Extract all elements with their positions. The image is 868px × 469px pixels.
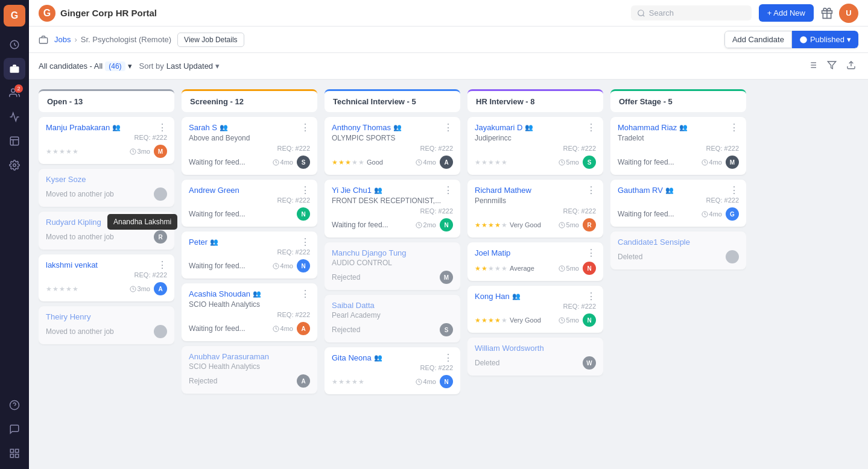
table-row[interactable]: Gautham RV👥⋮REQ: #222Waiting for feed...… [610,180,746,227]
candidate-name[interactable]: Richard Mathew [475,186,531,195]
card-footer: Waiting for feed... 4moM [618,156,739,169]
sidebar-item-home[interactable] [4,34,25,55]
card-req: REQ: #222 [706,145,739,152]
candidate-name[interactable]: Yi Jie Chu1👥 [332,186,382,195]
candidate-name[interactable]: Theiry Henry [46,312,90,321]
column-header-offer: Offer Stage - 5 [610,89,746,112]
table-row[interactable]: Candidate1 SensipleDeleted [610,231,746,269]
candidate-name[interactable]: Kong Han👥 [475,292,521,301]
breadcrumb-jobs[interactable]: Jobs [54,35,71,44]
candidate-name[interactable]: Mohammad Riaz👥 [618,123,688,132]
candidate-name[interactable]: Gita Neona👥 [332,353,382,362]
table-row[interactable]: Sarah S👥⋮Above and BeyondREQ: #222Waitin… [182,117,317,175]
card-more-button[interactable]: ⋮ [300,238,310,247]
card-more-button[interactable]: ⋮ [586,186,596,195]
sidebar-item-jobs[interactable] [4,58,25,80]
published-button[interactable]: Published ▾ [792,31,858,48]
add-new-button[interactable]: + Add New [759,4,814,22]
table-row[interactable]: Saibal DattaPearl AcademyRejectedS [325,295,460,342]
candidate-name[interactable]: Gautham RV👥 [618,186,674,195]
candidate-name[interactable]: Anthony Thomas👥 [332,123,402,132]
card-more-button[interactable]: ⋮ [157,123,167,133]
user-avatar[interactable]: U [839,4,858,23]
table-row[interactable]: Theiry HenryMoved to another job [39,306,174,344]
table-row[interactable]: Andrew Green⋮REQ: #222Waiting for feed..… [182,180,317,227]
table-row[interactable]: Yi Jie Chu1👥⋮FRONT DESK RECEPTIONIST,...… [325,180,460,238]
candidate-name[interactable]: Manju Prabakaran👥 [46,123,121,132]
card-more-button[interactable]: ⋮ [443,123,453,133]
candidate-name[interactable]: Joel Matip [475,248,510,257]
export-button[interactable] [844,58,858,74]
table-row[interactable]: Richard Mathew⋮PennmillsREQ: #222★★★★★Ve… [467,180,603,238]
card-header: Sarah S👥⋮ [189,123,310,133]
card-more-button[interactable]: ⋮ [586,123,596,133]
sidebar-item-help[interactable] [4,394,25,416]
candidate-name[interactable]: William Wordsworth [475,344,544,353]
candidate-name[interactable]: Kyser Soze [46,175,86,184]
gift-icon[interactable] [821,7,833,19]
card-meta: 4moA [273,322,310,335]
filter-button[interactable] [825,58,839,74]
candidate-name[interactable]: lakshmi venkat [46,260,98,269]
table-row[interactable]: Anubhav ParasuramanSCIO Health Analytics… [182,346,317,394]
card-status: Waiting for feed... [618,210,702,218]
card-footer: ★★★★★ 4moN [332,375,453,388]
table-row[interactable]: Kyser SozeMoved to another job [39,169,174,207]
card-header: Richard Mathew⋮ [475,186,596,195]
candidate-name[interactable]: Saibal Datta [332,301,375,310]
table-row[interactable]: Anthony Thomas👥⋮OLYMPIC SPORTSREQ: #222★… [325,117,460,175]
table-row[interactable]: Manchu Django TungAUDIO CONTROLRejectedM [325,242,460,290]
table-row[interactable]: Manju Prabakaran👥⋮REQ: #222★★★★★ 3moM [39,117,174,164]
card-meta: 3moM [130,145,167,158]
candidate-name[interactable]: Peter👥 [189,238,218,247]
card-more-button[interactable]: ⋮ [586,292,596,301]
list-view-button[interactable] [805,58,820,74]
table-row[interactable]: Gita Neona👥⋮REQ: #222★★★★★ 4moN [325,347,460,394]
sidebar-item-people[interactable]: 2 [4,82,25,104]
card-more-button[interactable]: ⋮ [157,260,167,270]
candidates-filter[interactable]: All candidates - All (46) ▾ [39,61,132,71]
candidate-name[interactable]: Acashia Shoudan👥 [189,289,261,298]
card-more-button[interactable]: ⋮ [586,248,596,258]
briefcase-icon [39,35,48,45]
candidate-name[interactable]: Sarah S👥 [189,123,228,132]
sidebar-item-reports[interactable] [4,130,25,152]
candidate-name[interactable]: Manchu Django Tung [332,248,407,257]
view-job-details-button[interactable]: View Job Details [177,33,244,47]
table-row[interactable]: Mohammad Riaz👥⋮TradelotREQ: #222Waiting … [610,117,746,175]
card-more-button[interactable]: ⋮ [300,289,310,299]
sort-filter[interactable]: Sort by Last Updated ▾ [139,61,220,71]
sidebar-item-analytics[interactable] [4,106,25,128]
card-more-button[interactable]: ⋮ [443,186,453,195]
card-more-button[interactable]: ⋮ [729,123,739,133]
table-row[interactable]: Joel Matip⋮★★★★★Average 5moN [467,242,603,281]
table-row[interactable]: Rudyard KiplingMoved to another jobR [39,212,174,250]
table-row[interactable]: Acashia Shoudan👥⋮SCIO Health AnalyticsRE… [182,283,317,341]
card-req-row: REQ: #222 [189,248,310,256]
card-avatar [154,325,167,338]
card-req: REQ: #222 [420,207,453,215]
add-candidate-button[interactable]: Add Candidate [724,31,792,48]
candidate-name[interactable]: Rudyard Kipling [46,218,101,227]
candidate-name[interactable]: Anubhav Parasuraman [189,352,269,361]
candidate-name[interactable]: Andrew Green [189,186,239,195]
app-logo[interactable]: G [4,5,25,27]
candidate-name[interactable]: Jayakumari D👥 [475,123,533,132]
card-more-button[interactable]: ⋮ [729,186,739,195]
sidebar-item-grid[interactable] [4,442,25,464]
card-meta: W [583,356,596,370]
card-avatar: N [297,259,310,272]
card-status: Rejected [332,326,440,334]
table-row[interactable]: Kong Han👥⋮REQ: #222★★★★★Very Good 5moN [467,286,603,333]
card-more-button[interactable]: ⋮ [300,123,310,133]
sidebar-item-settings[interactable] [4,154,25,176]
search-box[interactable]: Search [631,5,752,20]
table-row[interactable]: lakshmi venkat⋮REQ: #222★★★★★ 3moA [39,254,174,301]
card-more-button[interactable]: ⋮ [300,186,310,195]
table-row[interactable]: William WordsworthDeletedW [467,338,603,376]
table-row[interactable]: Jayakumari D👥⋮JudiperinccREQ: #222★★★★★ … [467,117,603,175]
table-row[interactable]: Peter👥⋮REQ: #222Waiting for feed... 4moN [182,231,317,279]
candidate-name[interactable]: Candidate1 Sensiple [618,238,690,247]
sidebar-item-chat[interactable] [4,418,25,440]
card-more-button[interactable]: ⋮ [443,353,453,363]
